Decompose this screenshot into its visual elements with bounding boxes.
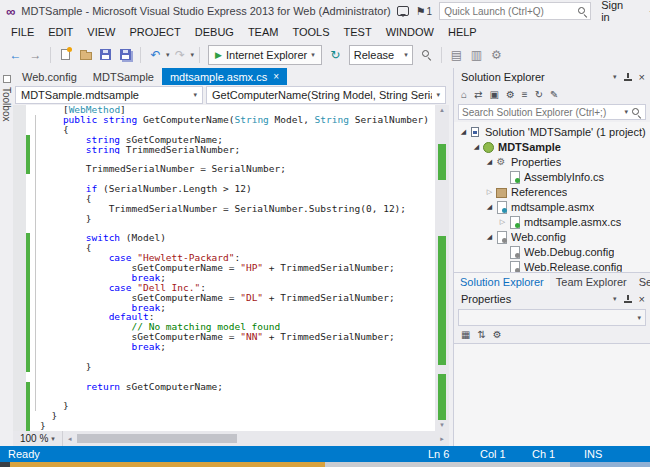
solution-explorer-window-icon[interactable]: ▤ (447, 44, 466, 66)
code-line[interactable]: } (13, 401, 435, 411)
breakpoint-margin[interactable] (13, 214, 26, 224)
collapse-icon[interactable]: ◢ (471, 143, 482, 151)
notifications-flag-icon[interactable]: ⚑ 1 (416, 5, 432, 18)
code-line[interactable]: { (13, 125, 435, 135)
code-line[interactable]: } (13, 214, 435, 224)
code-line[interactable]: return sGetComputerName; (13, 382, 435, 392)
code-line[interactable]: // No matching model found (13, 322, 435, 332)
zoom-control[interactable]: 100 % ▾ (13, 431, 63, 446)
se-refresh-icon[interactable]: ↻ (535, 89, 543, 100)
solution-search-box[interactable]: ▾ (458, 104, 646, 120)
breakpoint-margin[interactable] (13, 421, 26, 431)
scroll-left-icon[interactable]: ◂ (63, 435, 77, 443)
quick-launch-input[interactable] (440, 6, 577, 17)
window-menu-icon[interactable]: ▾ (613, 295, 617, 303)
menu-item-team[interactable]: TEAM (241, 26, 286, 38)
hscrollbar-thumb[interactable] (77, 434, 237, 443)
code-line[interactable]: string sGetComputerName; (13, 135, 435, 145)
code-line[interactable] (13, 224, 435, 234)
scroll-right-icon[interactable]: ▸ (435, 435, 449, 443)
menu-item-view[interactable]: VIEW (80, 26, 122, 38)
sign-in-link[interactable]: Sign in (598, 0, 634, 23)
menu-item-debug[interactable]: DEBUG (188, 26, 241, 38)
se-view-code-icon[interactable]: ✎ (550, 89, 558, 100)
breakpoint-margin[interactable] (13, 303, 26, 313)
code-line[interactable]: } (13, 411, 435, 421)
close-icon[interactable]: × (273, 71, 279, 82)
member-dropdown[interactable]: GetComputerName(String Model, String Ser… (206, 86, 446, 104)
tree-item-web-config[interactable]: ◢Web.config (454, 229, 650, 244)
redo-icon[interactable]: ↷ (171, 44, 190, 66)
collapse-icon[interactable]: ◢ (484, 203, 495, 211)
team-explorer-window-icon[interactable]: ▥ (467, 44, 486, 66)
code-line[interactable]: break; (13, 303, 435, 313)
start-debug-button[interactable]: ▶ Internet Explorer ▾ (208, 45, 322, 65)
tree-item-mdtsample[interactable]: ◢MDTSample (454, 139, 650, 154)
expand-icon[interactable]: ▷ (497, 218, 508, 226)
breakpoint-margin[interactable] (13, 145, 26, 155)
properties-titlebar[interactable]: Properties ▾ × (454, 290, 650, 308)
tree-item-web-debug-config[interactable]: Web.Debug.config (454, 244, 650, 259)
menu-item-edit[interactable]: EDIT (41, 26, 80, 38)
save-icon[interactable] (96, 44, 115, 66)
toolbox-tab[interactable]: Toolbox (0, 68, 13, 446)
properties-window-icon[interactable]: ⚙ (487, 44, 506, 66)
pin-icon[interactable] (623, 72, 633, 83)
se-home-icon[interactable]: ⌂ (461, 89, 467, 100)
search-dropdown-icon[interactable]: ▾ (624, 108, 628, 116)
property-pages-icon[interactable]: ⚙ (493, 329, 502, 340)
breakpoint-margin[interactable] (13, 135, 26, 145)
breakpoint-margin[interactable] (13, 322, 26, 332)
editor-tab-mdtsample-asmx-cs[interactable]: mdtsample.asmx.cs× (162, 68, 287, 85)
save-all-icon[interactable] (116, 44, 135, 66)
breakpoint-margin[interactable] (13, 391, 26, 401)
tree-item-assemblyinfo-cs[interactable]: AssemblyInfo.cs (454, 169, 650, 184)
code-line[interactable]: TrimmedSerialNumber = SerialNumber.Subst… (13, 204, 435, 214)
se-sync-active-document-icon[interactable]: ⇄ (474, 89, 482, 100)
categorized-icon[interactable]: ▦ (461, 329, 470, 340)
code-line[interactable]: } (13, 362, 435, 372)
configuration-combobox[interactable]: Release ▾ (349, 45, 413, 65)
collapse-icon[interactable]: ◢ (484, 158, 495, 166)
tool-window-tab-team-explorer[interactable]: Team Explorer (550, 273, 633, 290)
close-icon[interactable]: × (639, 71, 645, 83)
breakpoint-margin[interactable] (13, 382, 26, 392)
type-dropdown[interactable]: MDTSample.mdtsample ▾ (15, 86, 203, 104)
tool-window-tab-server-explorer[interactable]: Server Explorer (633, 273, 650, 290)
se-properties-icon[interactable]: ⚙ (506, 89, 515, 100)
menu-item-project[interactable]: PROJECT (122, 26, 187, 38)
close-icon[interactable]: × (639, 293, 645, 305)
code-line[interactable]: default: (13, 312, 435, 322)
breakpoint-margin[interactable] (13, 401, 26, 411)
code-line[interactable]: { (13, 194, 435, 204)
code-line[interactable] (13, 391, 435, 401)
code-line[interactable]: string TrimmedSerialNumber; (13, 145, 435, 155)
breakpoint-margin[interactable] (13, 184, 26, 194)
breakpoint-margin[interactable] (13, 312, 26, 322)
breakpoint-margin[interactable] (13, 204, 26, 214)
tree-item-solution-mdtsample-1-project[interactable]: ◢Solution 'MDTSample' (1 project) (454, 124, 650, 139)
code-line[interactable]: break; (13, 273, 435, 283)
breakpoint-margin[interactable] (13, 224, 26, 234)
se-collapse-all-icon[interactable]: ▣ (489, 89, 498, 100)
breakpoint-margin[interactable] (13, 125, 26, 135)
redo-dropdown-icon[interactable]: ▾ (191, 51, 195, 59)
code-line[interactable]: case "Hewlett-Packard": (13, 253, 435, 263)
breakpoint-margin[interactable] (13, 362, 26, 372)
scroll-up-icon[interactable]: ▲ (439, 105, 445, 116)
code-line[interactable]: if (SerialNumber.Length > 12) (13, 184, 435, 194)
se-show-all-files-icon[interactable]: ≡ (522, 89, 528, 100)
menu-item-window[interactable]: WINDOW (379, 26, 441, 38)
tool-window-tab-solution-explorer[interactable]: Solution Explorer (454, 273, 550, 290)
breakpoint-margin[interactable] (13, 411, 26, 421)
code-line[interactable]: { (13, 243, 435, 253)
code-editor[interactable]: [WebMethod] public string GetComputerNam… (13, 105, 449, 431)
code-line[interactable]: sGetComputerName = "HP" + TrimmedSerialN… (13, 263, 435, 273)
breakpoint-margin[interactable] (13, 263, 26, 273)
breakpoint-margin[interactable] (13, 273, 26, 283)
code-line[interactable]: TrimmedSerialNumber = SerialNumber; (13, 164, 435, 174)
menu-item-file[interactable]: FILE (4, 26, 41, 38)
refresh-icon[interactable]: ↻ (326, 44, 345, 66)
solution-search-input[interactable] (462, 107, 621, 118)
breakpoint-margin[interactable] (13, 194, 26, 204)
